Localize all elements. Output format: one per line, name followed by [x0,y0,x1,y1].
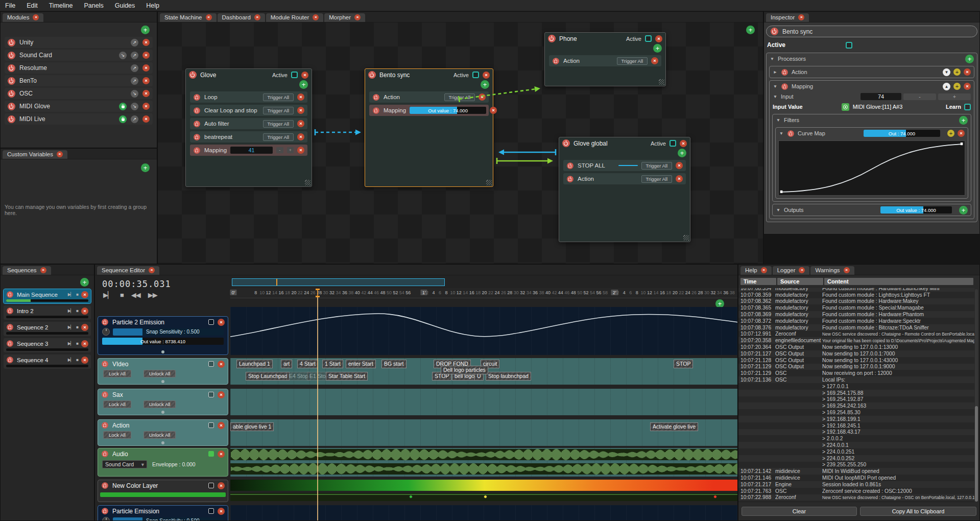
node-phone[interactable]: PhoneActive×+ActionTrigger All× [544,32,666,86]
close-icon[interactable]: × [680,140,687,147]
node-header[interactable]: GloveActive× [186,69,312,80]
close-icon[interactable]: × [142,90,150,97]
command-row-auto-filter[interactable]: Auto filterTrigger All× [190,118,307,129]
command-row-loop[interactable]: LoopTrigger All× [190,91,307,103]
chevron-right-icon[interactable]: ► [773,69,778,75]
tab-help[interactable]: Help× [740,266,772,275]
close-icon[interactable]: × [297,133,304,140]
trigger-clip-bg-start[interactable]: BG start [381,360,407,368]
trigger-clip-star-table-start[interactable]: Star Table Start [326,372,368,381]
close-icon[interactable]: × [761,267,767,273]
close-icon[interactable]: × [81,307,88,315]
power-icon[interactable] [567,176,573,182]
layer-card-video[interactable]: VIdeo×Lock AllUnlock All [98,358,228,385]
decrement-button[interactable]: - [276,147,283,153]
active-checkbox[interactable] [846,42,852,49]
menu-timeline[interactable]: Timeline [49,2,79,9]
snap-sensitivity-slider[interactable]: Snap Sensitivity : 0.500 [113,517,224,521]
layer-header[interactable]: Particle Emission× [98,506,228,516]
resize-grip[interactable] [683,235,689,241]
lock-all-button[interactable]: Lock All [103,370,131,377]
command-row-mapping[interactable]: Mapping41-+× [190,145,307,156]
play-next-icon[interactable]: ▶▏ [68,325,73,329]
trigger-clip-dell-logo-particles[interactable]: Dell logo particles [441,366,488,374]
power-icon[interactable] [8,39,15,46]
timeline-view-range[interactable] [232,278,445,286]
close-icon[interactable]: × [142,52,150,59]
close-icon[interactable]: × [313,14,319,20]
scrollbar-thumb[interactable] [975,406,978,502]
power-icon[interactable] [567,162,573,169]
layer-header[interactable]: Audio× [98,448,228,459]
menu-guides[interactable]: Guides [115,2,141,9]
playhead-handle[interactable] [316,289,320,297]
outputs-header[interactable]: ▼OutputsOut value : 74.000+ [773,205,970,215]
play-next-icon[interactable]: ▶▏ [68,358,73,362]
power-icon[interactable] [548,35,556,42]
layer-header[interactable]: VIdeo× [98,359,228,369]
learn-checkbox[interactable] [964,104,971,110]
lock-all-button[interactable]: Lock All [103,400,131,408]
logger-scrollbar[interactable] [975,289,978,502]
layer-card-audio[interactable]: Audio×Sound Card▾Enveloppe : 0.000 [98,448,228,477]
inspected-object-header[interactable]: Bento sync [766,26,977,37]
node-glove[interactable]: GloveActive×+LoopTrigger All×Clear Loop … [185,68,312,187]
layer-card-action[interactable]: Action×Lock AllUnlock All [98,419,228,446]
command-row-beatrepeat[interactable]: beatrepeatTrigger All× [190,131,307,143]
power-icon[interactable] [7,357,13,363]
layer-header[interactable]: Action× [98,420,228,431]
trigger-clip-launchpad-1[interactable]: Launchpad 1 [236,360,273,368]
node-header[interactable]: Glove globalActive× [559,137,690,148]
chevron-down-icon[interactable]: ▼ [779,131,784,136]
layer-card-particle-2-emission[interactable]: Particle 2 Emission×Snap Sensitivity : 0… [98,316,228,355]
node-glove-global[interactable]: Glove globalActive×+STOP ALLTrigger All×… [559,137,690,242]
active-checkbox[interactable] [670,140,676,147]
power-icon[interactable] [194,134,200,140]
stop-icon[interactable]: ■ [76,341,78,346]
module-item-bento[interactable]: BenTo↗× [5,75,153,86]
layer-checkbox[interactable] [208,451,214,457]
add-button[interactable]: + [141,26,150,34]
tab-inspector[interactable]: Inspector× [766,13,809,22]
tab-sequence-editor[interactable]: Sequence Editor× [97,266,159,275]
drag-handle[interactable] [161,411,164,414]
power-icon[interactable] [787,130,794,137]
trigger-all-button[interactable]: Trigger All [641,162,672,170]
track-particle-emission[interactable] [230,505,738,521]
menu-panels[interactable]: Panels [84,2,109,9]
layer-checkbox[interactable] [208,422,214,428]
tab-state-machine[interactable]: State Machine× [160,13,217,22]
menu-help[interactable]: Help [146,2,165,9]
sequence-item-main-sequence[interactable]: Main Sequence▶▏■× [4,289,91,303]
module-item-midi-glove[interactable]: MIDI Glove↘× [5,101,153,112]
power-icon[interactable] [781,83,788,90]
arrow-up-icon[interactable]: ↗ [131,115,138,123]
resize-grip[interactable] [305,180,310,185]
layer-header[interactable]: Sax× [98,389,228,400]
tab-morpher[interactable]: Morpher× [324,13,365,22]
sequence-item-sequence-4[interactable]: Sequence 4▶▏■× [4,354,91,369]
color-marker-strip[interactable] [230,493,738,501]
power-icon[interactable] [8,77,15,85]
command-row-action[interactable]: ActionTrigger All× [369,91,489,103]
input-row[interactable]: ▼Input74-+ [770,91,973,102]
trigger-clip-4-start[interactable]: 4 Start [297,360,318,368]
power-icon[interactable] [8,64,15,72]
power-icon[interactable] [102,391,108,398]
mapping-header[interactable]: ▼Mapping▲+× [770,81,973,91]
power-icon[interactable] [189,71,197,79]
power-icon[interactable] [7,340,13,347]
close-icon[interactable]: × [297,147,304,154]
stop-icon[interactable]: ■ [76,309,78,313]
drag-handle[interactable] [161,380,164,383]
power-icon[interactable] [194,94,200,101]
layer-checkbox[interactable] [208,508,214,514]
tab-logger[interactable]: Logger× [773,266,810,275]
trigger-all-button[interactable]: Trigger All [641,175,672,183]
close-icon[interactable]: × [218,482,225,489]
add-button[interactable]: + [959,116,968,125]
resize-grip[interactable] [486,180,492,185]
out-value-bar[interactable]: Out value : 74.000 [410,107,486,114]
chevron-down-icon[interactable]: ▼ [773,84,778,89]
menu-edit[interactable]: Edit [27,2,44,9]
